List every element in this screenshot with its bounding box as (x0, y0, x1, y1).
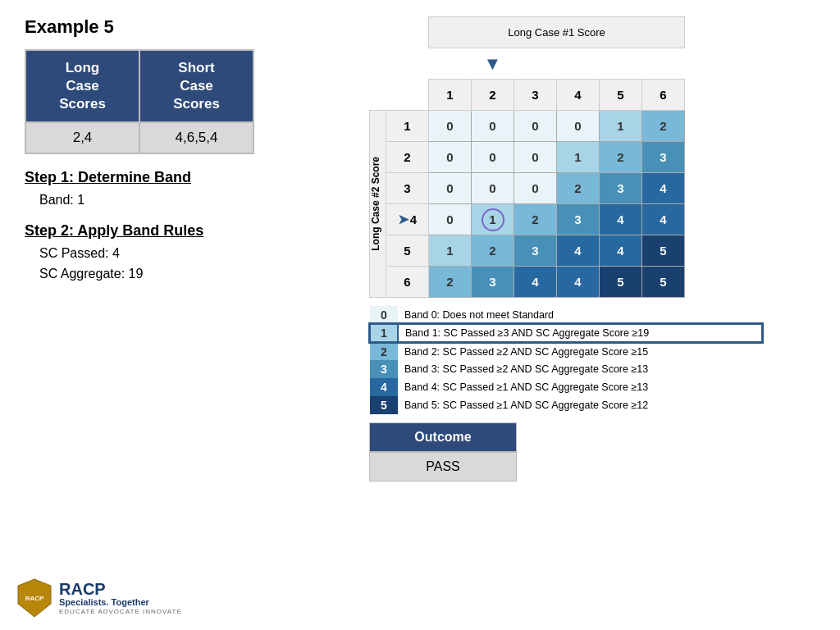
cell-r2-c1: 0 (429, 142, 472, 173)
score-table: LongCaseScores ShortCaseScores 2,4 4,6,5… (25, 49, 254, 154)
right-arrow-icon: ➤ (398, 212, 409, 226)
score-table-row: 2,4 4,6,5,4 (25, 122, 253, 153)
band-row-2: 2Band 2: SC Passed ≥2 AND SC Aggregate S… (370, 342, 762, 360)
col-header-2: 2 (472, 80, 514, 111)
step2-sc-aggregate: SC Aggregate: 19 (39, 263, 304, 285)
band-color-3: 3 (370, 360, 398, 378)
band-row-4: 4Band 4: SC Passed ≥1 AND SC Aggregate S… (370, 378, 762, 396)
empty-corner (370, 17, 429, 48)
arrow-row-empty (370, 48, 429, 80)
col-header-6: 6 (642, 80, 685, 111)
racp-logo: RACP RACP Specialists. Together EDUCATE … (16, 578, 182, 619)
step1-title: Step 1: Determine Band (25, 169, 304, 186)
outcome-value: PASS (369, 452, 517, 482)
step1-section: Step 1: Determine Band Band: 1 (25, 169, 304, 211)
racp-shield-icon: RACP (16, 578, 52, 619)
cell-r3-c3: 0 (514, 173, 557, 204)
cell-r6-c6: 5 (642, 267, 685, 298)
matrix-row-2: 2000123 (370, 142, 685, 173)
band-row-0: 0Band 0: Does not meet Standard (370, 306, 762, 324)
svg-text:RACP: RACP (25, 595, 44, 602)
cell-r3-c4: 2 (557, 173, 600, 204)
band-row-5: 5Band 5: SC Passed ≥1 AND SC Aggregate S… (370, 396, 762, 414)
matrix-row-6: 6234455 (370, 267, 685, 298)
col-arrow-4 (557, 48, 600, 80)
band-text-4: Band 4: SC Passed ≥1 AND SC Aggregate Sc… (398, 378, 762, 396)
band-color-1: 1 (370, 324, 398, 342)
band-text-2: Band 2: SC Passed ≥2 AND SC Aggregate Sc… (398, 342, 762, 360)
cell-r3-c1: 0 (429, 173, 472, 204)
band-text-3: Band 3: SC Passed ≥2 AND SC Aggregate Sc… (398, 360, 762, 378)
cell-r3-c5: 3 (600, 173, 642, 204)
cell-r5-c3: 3 (514, 235, 557, 267)
cell-r4-c5: 4 (600, 204, 642, 235)
score-table-header-long: LongCaseScores (25, 50, 139, 122)
cell-r6-c5: 5 (600, 267, 642, 298)
cell-r4-c1: 0 (429, 204, 472, 235)
cell-r1-c6: 2 (642, 111, 685, 142)
lc1-score-header: Long Case #1 Score (429, 17, 685, 48)
cell-r5-c2: 2 (472, 235, 514, 267)
cell-r2-c5: 2 (600, 142, 642, 173)
cell-r5-c6: 5 (642, 235, 685, 267)
cell-r4-c4: 3 (557, 204, 600, 235)
racp-shield-svg: RACP (16, 578, 52, 619)
step2-section: Step 2: Apply Band Rules SC Passed: 4 SC… (25, 222, 304, 285)
cell-r1-c1: 0 (429, 111, 472, 142)
col-header-empty (370, 80, 429, 111)
matrix-container: Long Case #1 Score▼123456Long Case #2 Sc… (328, 16, 815, 298)
right-panel: Long Case #1 Score▼123456Long Case #2 Sc… (328, 16, 815, 614)
col-header-1: 1 (429, 80, 472, 111)
matrix-row-1: Long Case #2 Score1000012 (370, 111, 685, 142)
band-color-4: 4 (370, 378, 398, 396)
cell-r2-c6: 3 (642, 142, 685, 173)
row-label-3: 3 (386, 173, 429, 204)
lc2-label-cell: Long Case #2 Score (370, 111, 386, 298)
band-legend: 0Band 0: Does not meet Standard1Band 1: … (369, 306, 763, 414)
cell-r4-c6: 4 (642, 204, 685, 235)
band-row-3: 3Band 3: SC Passed ≥2 AND SC Aggregate S… (370, 360, 762, 378)
cell-r1-c2: 0 (472, 111, 514, 142)
band-text-5: Band 5: SC Passed ≥1 AND SC Aggregate Sc… (398, 396, 762, 414)
row-label-5: 5 (386, 235, 429, 267)
score-table-header-short: ShortCaseScores (139, 50, 253, 122)
band-color-2: 2 (370, 342, 398, 360)
page: Example 5 LongCaseScores ShortCaseScores… (0, 0, 840, 630)
cell-r1-c3: 0 (514, 111, 557, 142)
col-header-3: 3 (514, 80, 557, 111)
row-label-4: ➤4 (386, 204, 429, 235)
cell-r3-c2: 0 (472, 173, 514, 204)
outcome-header: Outcome (369, 422, 517, 452)
lc2-rotated-label: Long Case #2 Score (370, 157, 381, 251)
page-title: Example 5 (25, 16, 304, 38)
cell-r3-c6: 4 (642, 173, 685, 204)
matrix-row-5: 5123445 (370, 235, 685, 267)
step2-sc-passed: SC Passed: 4 (39, 243, 304, 264)
step2-title: Step 2: Apply Band Rules (25, 222, 304, 240)
cell-r5-c5: 4 (600, 235, 642, 267)
row-label-6: 6 (386, 267, 429, 298)
band-row-1: 1Band 1: SC Passed ≥3 AND SC Aggregate S… (370, 324, 762, 342)
outcome-section: Outcome PASS (369, 422, 517, 482)
col-header-4: 4 (557, 80, 600, 111)
cell-r4-c3: 2 (514, 204, 557, 235)
matrix-row-4: ➤4012344 (370, 204, 685, 235)
band-legend-table: 0Band 0: Does not meet Standard1Band 1: … (369, 306, 763, 414)
racp-name: RACP (59, 581, 182, 597)
col-arrow-2: ▼ (472, 48, 514, 80)
cell-r6-c1: 2 (429, 267, 472, 298)
col-header-5: 5 (600, 80, 642, 111)
matrix-row-3: 3000234 (370, 173, 685, 204)
main-content: Example 5 LongCaseScores ShortCaseScores… (25, 16, 815, 614)
long-case-value: 2,4 (25, 122, 139, 153)
down-arrow-icon: ▼ (484, 53, 502, 74)
matrix-table: Long Case #1 Score▼123456Long Case #2 Sc… (369, 16, 685, 298)
left-panel: Example 5 LongCaseScores ShortCaseScores… (25, 16, 304, 614)
racp-sub: EDUCATE ADVOCATE INNOVATE (59, 608, 182, 615)
step1-detail: Band: 1 (39, 189, 304, 211)
cell-r5-c4: 4 (557, 235, 600, 267)
cell-r6-c2: 3 (472, 267, 514, 298)
cell-r2-c4: 1 (557, 142, 600, 173)
row-label-2: 2 (386, 142, 429, 173)
highlighted-cell-value: 1 (482, 208, 504, 231)
